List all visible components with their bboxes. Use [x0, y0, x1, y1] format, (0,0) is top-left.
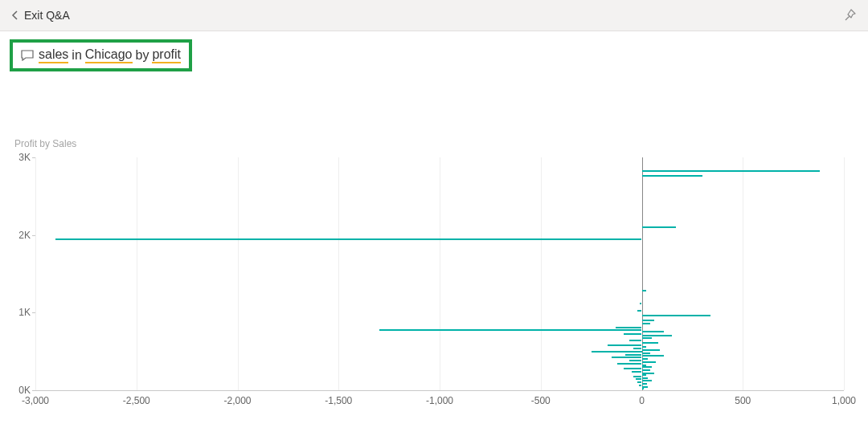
gridline-vertical	[541, 157, 542, 390]
qa-word-in: in	[72, 48, 81, 63]
data-bar[interactable]	[633, 348, 641, 349]
y-tick-mark	[32, 157, 35, 158]
data-bar[interactable]	[642, 290, 646, 291]
y-tick-label: 1K	[3, 307, 31, 318]
plot-area	[35, 157, 844, 390]
data-bar[interactable]	[642, 320, 654, 321]
gridline-vertical	[238, 157, 239, 390]
qa-query-area: sales in Chicago by profit	[0, 31, 868, 71]
data-bar[interactable]	[636, 378, 642, 380]
data-bar[interactable]	[608, 344, 642, 346]
data-bar[interactable]	[642, 369, 650, 371]
pin-icon[interactable]	[844, 9, 857, 22]
data-bar[interactable]	[629, 340, 641, 341]
data-bar[interactable]	[642, 380, 653, 381]
data-bar[interactable]	[642, 170, 820, 172]
gridline-vertical	[35, 157, 36, 390]
data-bar[interactable]	[642, 315, 711, 316]
chart-canvas: 0K1K2K3K-3,000-2,500-2,000-1,500-1,000-5…	[0, 149, 868, 414]
data-bar[interactable]	[642, 337, 653, 339]
data-bar[interactable]	[642, 331, 665, 332]
data-bar[interactable]	[642, 335, 673, 336]
data-bar[interactable]	[617, 363, 641, 365]
gridline-vertical	[137, 157, 137, 390]
qa-word-by: by	[136, 48, 149, 63]
y-tick-mark	[32, 390, 35, 391]
data-bar[interactable]	[624, 333, 642, 335]
y-tick-label: 3K	[3, 152, 31, 163]
gridline-vertical	[440, 157, 440, 390]
y-tick-mark	[32, 235, 35, 236]
data-bar[interactable]	[642, 349, 661, 351]
data-bar[interactable]	[625, 354, 641, 356]
x-tick-label: 500	[735, 395, 751, 406]
data-bar[interactable]	[612, 357, 642, 358]
data-bar[interactable]	[642, 175, 702, 177]
chart-title: Profit by Sales	[14, 138, 76, 149]
qa-query-input[interactable]: sales in Chicago by profit	[10, 39, 192, 71]
x-tick-label: 1,000	[832, 395, 856, 406]
qa-term-chicago: Chicago	[85, 47, 133, 63]
chat-icon	[21, 50, 34, 61]
data-bar[interactable]	[642, 226, 677, 228]
data-bar[interactable]	[642, 358, 649, 360]
x-tick-label: -500	[531, 395, 551, 406]
data-bar[interactable]	[633, 376, 641, 377]
data-bar[interactable]	[629, 360, 641, 361]
gridline-vertical	[338, 157, 339, 390]
data-bar[interactable]	[642, 355, 665, 357]
qa-term-profit: profit	[152, 47, 181, 63]
y-tick-label: 2K	[3, 230, 31, 241]
header-bar: Exit Q&A	[0, 0, 868, 31]
data-bar[interactable]	[642, 342, 658, 344]
x-tick-label: -1,000	[426, 395, 453, 406]
data-bar[interactable]	[624, 368, 642, 369]
data-bar[interactable]	[642, 374, 646, 376]
exit-qa-button[interactable]: Exit Q&A	[11, 9, 70, 22]
y-tick-mark	[32, 312, 35, 313]
x-axis-line	[35, 390, 844, 391]
y-tick-label: 0K	[3, 385, 31, 396]
data-bar[interactable]	[642, 383, 647, 385]
gridline-vertical	[743, 157, 743, 390]
qa-term-sales: sales	[39, 47, 68, 63]
data-bar[interactable]	[640, 303, 642, 304]
data-bar[interactable]	[642, 388, 645, 389]
data-bar[interactable]	[642, 361, 657, 363]
data-bar[interactable]	[637, 310, 641, 312]
data-bar[interactable]	[642, 377, 649, 379]
data-bar[interactable]	[642, 366, 653, 368]
data-bar[interactable]	[379, 329, 642, 331]
data-bar[interactable]	[592, 351, 642, 353]
x-tick-label: -2,500	[123, 395, 150, 406]
x-tick-label: 0	[639, 395, 645, 406]
data-bar[interactable]	[632, 371, 642, 373]
data-bar[interactable]	[55, 238, 641, 240]
data-bar[interactable]	[616, 327, 642, 328]
x-tick-label: -2,000	[223, 395, 251, 406]
exit-qa-label: Exit Q&A	[24, 9, 70, 22]
chevron-left-icon	[11, 10, 19, 20]
data-bar[interactable]	[642, 346, 646, 348]
data-bar[interactable]	[642, 353, 650, 354]
x-tick-label: -3,000	[22, 395, 49, 406]
gridline-vertical	[844, 157, 845, 390]
x-tick-label: -1,500	[325, 395, 352, 406]
data-bar[interactable]	[642, 323, 650, 324]
